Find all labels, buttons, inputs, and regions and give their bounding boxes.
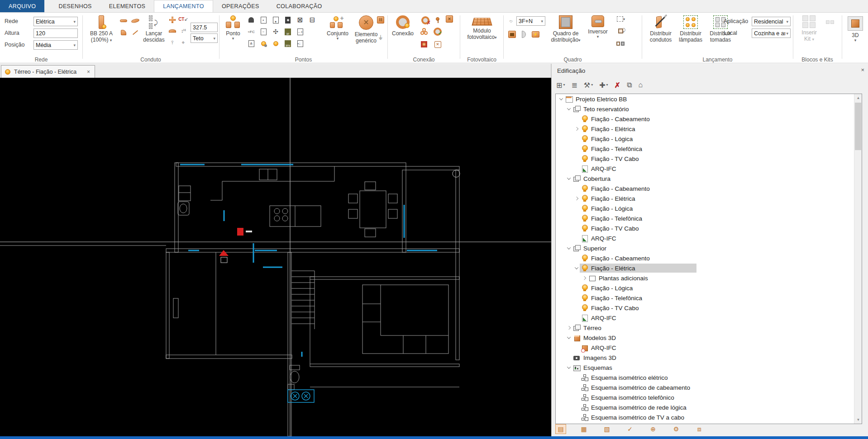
nivel-referencia-icon[interactable]: ⌖ xyxy=(179,38,188,47)
tree-expander-icon[interactable] xyxy=(565,245,572,252)
new-plan-button[interactable]: ⧉ xyxy=(627,81,632,89)
tree-expander-icon[interactable] xyxy=(573,384,580,391)
tomada-3fn-icon[interactable]: 3FN xyxy=(283,39,292,48)
gerador-icon[interactable]: ⚡ xyxy=(531,30,540,39)
tree-expander-icon[interactable] xyxy=(573,225,580,232)
selecao-quadro-icon[interactable]: ▾ xyxy=(614,14,628,24)
tree-item[interactable]: Fiação - Lógica xyxy=(556,203,862,213)
conexao-trifolio-icon[interactable] xyxy=(420,27,429,36)
distribuir-lampadas-button[interactable]: Distribuir lâmpadas xyxy=(677,14,705,43)
rede-select[interactable]: Elétrica▾ xyxy=(33,17,78,26)
tab-arquivo[interactable]: ARQUIVO xyxy=(0,0,44,12)
tree-expander-icon[interactable] xyxy=(573,394,580,401)
tree-item[interactable]: Esquema isométrico de cabeamento xyxy=(556,382,862,392)
caixa-x-icon[interactable]: ⊠ xyxy=(296,15,305,24)
scroll-down-icon[interactable]: ▼ xyxy=(854,416,862,424)
tree-expander-icon[interactable] xyxy=(565,106,572,113)
tree-expander-icon[interactable] xyxy=(565,364,572,371)
tree-item[interactable]: Esquema isométrico telefônico xyxy=(556,392,862,402)
add-elements-button[interactable]: ✚▾ xyxy=(599,81,608,90)
tree-item[interactable]: Fiação - Cabeamento xyxy=(556,114,862,124)
tree-expander-icon[interactable] xyxy=(573,215,580,222)
tree-expander-icon[interactable] xyxy=(573,116,580,123)
tree-item[interactable]: Esquema isométrico de rede lógica xyxy=(556,402,862,412)
conexao-excluir-icon[interactable]: ✗ xyxy=(420,14,431,26)
conexao-piso-icon[interactable] xyxy=(420,40,429,49)
tree-expander-icon[interactable] xyxy=(565,354,572,361)
tree-expander-icon[interactable] xyxy=(573,195,580,202)
tree-item[interactable]: Fiação - Telefônica xyxy=(556,144,862,154)
lampada-temporizada-icon[interactable] xyxy=(259,39,268,48)
caixa-passagem-icon[interactable]: ✕ xyxy=(445,14,454,24)
rotacionar-quadro-icon[interactable]: ⤸ xyxy=(616,26,625,35)
tree-expander-icon[interactable] xyxy=(565,325,572,331)
tree-expander-icon[interactable] xyxy=(573,185,580,192)
caixa-seta-icon[interactable]: ←▪ xyxy=(296,27,305,36)
cruzamento-icon[interactable] xyxy=(168,15,177,24)
fases-select[interactable]: 3F+N▾ xyxy=(516,16,545,26)
ventilador-icon[interactable]: ✣ xyxy=(271,27,280,36)
tree-expander-icon[interactable] xyxy=(573,404,580,411)
interruptor-campainha-icon[interactable]: ♠ xyxy=(271,15,280,24)
scroll-up-icon[interactable]: ▲ xyxy=(854,94,862,102)
tree-expander-icon[interactable] xyxy=(565,175,572,182)
fc-te-l-icon[interactable]: ⌁FC xyxy=(247,27,256,36)
tree-item[interactable]: Térreo xyxy=(556,323,862,333)
tree-expander-icon[interactable] xyxy=(573,165,580,172)
tree-expander-icon[interactable] xyxy=(573,265,580,272)
posicao-select[interactable]: Média▾ xyxy=(33,40,78,50)
distribuir-condutos-button[interactable]: Distribuir condutos xyxy=(647,14,675,43)
inserir-kit-button[interactable]: Inserir Kit ▾ xyxy=(797,14,821,42)
tree-expander-icon[interactable] xyxy=(565,335,572,341)
edit-building-button[interactable]: ⌂ xyxy=(638,81,643,89)
tree-expander-icon[interactable] xyxy=(573,345,580,351)
tree-item[interactable]: Esquemas xyxy=(556,363,862,373)
cad-canvas[interactable] xyxy=(0,78,551,436)
conjunto-button[interactable]: ＋ Conjunto ▾ xyxy=(324,14,351,40)
caixa-seta-baixo-icon[interactable]: ▪↓ xyxy=(296,39,305,48)
tree-item[interactable]: ARQ-IFC xyxy=(556,164,862,174)
settings-alert-tab[interactable]: ⚙ xyxy=(671,424,682,434)
quadro-distribuicao-button[interactable]: Quadro de distribuição▾ xyxy=(547,14,584,43)
sheet-view-tab[interactable]: ▦ xyxy=(578,424,589,434)
tree-expander-icon[interactable] xyxy=(573,205,580,212)
conduto-curva-icon[interactable] xyxy=(168,26,177,35)
tree-item[interactable]: Projeto Eletrico BB xyxy=(556,94,862,104)
lampada-icon[interactable] xyxy=(271,39,280,48)
prumada-icon[interactable]: ⫯ xyxy=(168,38,177,47)
tree-expander-icon[interactable] xyxy=(573,146,580,152)
ct-arrow-icon[interactable]: CT↙ xyxy=(179,14,188,24)
tree-expander-icon[interactable] xyxy=(573,315,580,321)
tree-item[interactable]: Plantas adicionais xyxy=(556,273,862,283)
altura-input[interactable]: 120 xyxy=(33,28,78,38)
tree-expander-icon[interactable] xyxy=(573,126,580,132)
tree-expander-icon[interactable] xyxy=(573,414,580,421)
tree-expander-icon[interactable] xyxy=(573,136,580,142)
equalizador-icon[interactable]: ‖‖ xyxy=(376,15,385,24)
tree-expander-icon[interactable] xyxy=(581,275,587,282)
tree-item[interactable]: Fiação - Cabeamento xyxy=(556,253,862,263)
tree-expander-icon[interactable] xyxy=(558,96,564,103)
building-tree-tab[interactable]: ▤ xyxy=(555,424,566,434)
sheet-export-tab[interactable]: ▧ xyxy=(601,424,612,434)
interruptor-bipolar-icon[interactable]: ⋔ xyxy=(247,39,256,48)
close-tab-icon[interactable]: × xyxy=(86,69,91,75)
aplicacao-select[interactable]: Residencial▾ xyxy=(752,17,791,26)
tree-item[interactable]: Fiação - TV Cabo xyxy=(556,154,862,164)
report-doc-tab[interactable]: ⧈ xyxy=(694,424,705,434)
tools-button[interactable]: ⚒▾ xyxy=(584,81,593,90)
conduto-flexivel-icon[interactable] xyxy=(131,16,140,25)
conduto-referencia-select[interactable]: Teto▾ xyxy=(191,33,218,43)
tree-expander-icon[interactable] xyxy=(573,285,580,292)
tree-expander-icon[interactable] xyxy=(573,156,580,162)
tree-item[interactable]: Fiação - TV Cabo xyxy=(556,223,862,233)
tab-desenhos[interactable]: DESENHOS xyxy=(50,0,100,12)
tree-item[interactable]: Imagens 3D xyxy=(556,353,862,363)
conduto-diagonal-icon[interactable] xyxy=(131,28,140,37)
delete-button[interactable]: ✗ xyxy=(615,81,620,90)
conexao-verificar-icon[interactable]: ✓ xyxy=(433,27,442,36)
tab-elementos[interactable]: ELEMENTOS xyxy=(100,0,154,12)
tab-lancamento[interactable]: LANÇAMENTO xyxy=(154,0,213,12)
inversor-button[interactable]: Inversor ▾ xyxy=(585,14,610,38)
document-tab-terreo[interactable]: Térreo - Fiação - Elétrica × xyxy=(1,65,95,78)
